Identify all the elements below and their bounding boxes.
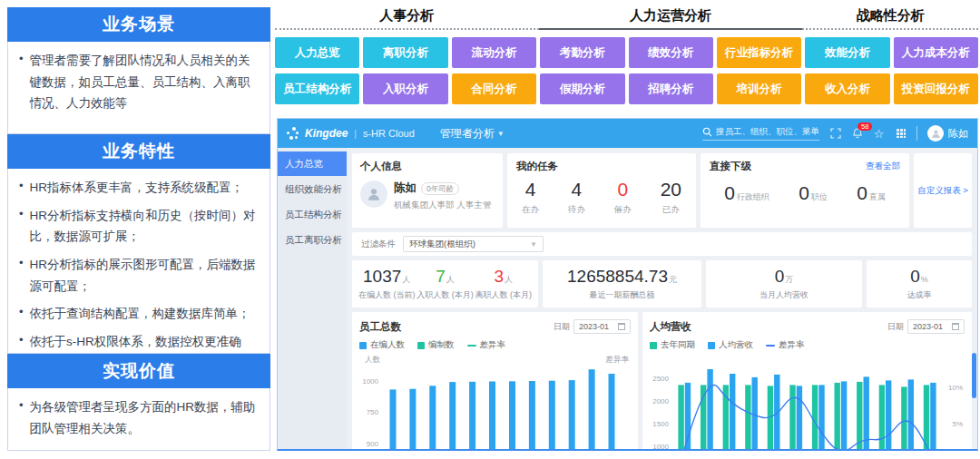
legend-item-在编人数[interactable]: 在编人数 (359, 339, 405, 351)
direct-reports-card: 直接下级 查看全部 0行政组织0职位0直属 (701, 153, 909, 228)
bullet-item: •HR分析指标的展示图形可配置，后端数据源可配置； (15, 254, 262, 297)
svg-text:750: 750 (367, 408, 379, 416)
bullet-item: •依托于s-HR权限体系，数据控权更准确 (15, 331, 262, 353)
task-count: 4 (568, 179, 585, 200)
y2-axis-label: 差异率 (606, 355, 630, 366)
subordinate-label: 行政组织 (737, 192, 769, 201)
analysis-button-员工结构分析[interactable]: 员工结构分析 (275, 73, 359, 104)
global-search-input[interactable]: 搜员工、组织、职位、菜单 (702, 126, 819, 141)
date-picker[interactable]: 2023-01 (907, 319, 965, 334)
group-hr-analysis: 人事分析 (275, 7, 539, 30)
stat-unit: % (921, 275, 928, 284)
charts-row: 员工总数 日期 2023-01 在编人数编制数差异率 人数 (352, 312, 972, 450)
view-all-link[interactable]: 查看全部 (866, 161, 900, 172)
legend-item-去年同期[interactable]: 去年同期 (650, 339, 695, 351)
group-title: 战略性分析 (802, 7, 978, 28)
card-title: 个人信息 (360, 160, 495, 173)
personal-info-card: 个人信息 陈如 0年司龄 机械集团人事部 人事主管 (352, 153, 503, 228)
employee-dept: 机械集团人事部 人事主管 (394, 200, 491, 211)
legend-swatch (766, 345, 775, 347)
analysis-button-行业指标分析[interactable]: 行业指标分析 (717, 37, 801, 68)
chevron-down-icon: ▼ (497, 130, 505, 138)
sidebar-item-人力总览[interactable]: 人力总览 (278, 151, 347, 176)
analysis-button-投资回报分析[interactable]: 投资回报分析 (894, 73, 978, 104)
org-filter-select[interactable]: 环球集团(根组织) ▼ (403, 236, 544, 252)
task-count: 4 (522, 179, 539, 200)
bullet-icon: • (19, 52, 24, 114)
sidebar-item-员工结构分析[interactable]: 员工结构分析 (278, 202, 347, 227)
legend-item-人均营收[interactable]: 人均营收 (708, 339, 753, 351)
revenue-combo-chart: 250020001500100010%5% (650, 355, 965, 450)
subordinate-count: 0 (799, 182, 809, 203)
brand-separator: | (354, 129, 357, 139)
date-picker[interactable]: 2023-01 (573, 319, 631, 334)
summary-row: 个人信息 陈如 0年司龄 机械集团人事部 人事主管 (352, 153, 972, 228)
bullet-icon: • (19, 333, 24, 353)
task-stat: 4待办 (568, 179, 585, 216)
date-value: 2023-01 (579, 322, 609, 331)
sidebar-item-组织效能分析[interactable]: 组织效能分析 (278, 177, 347, 201)
analysis-button-合同分析[interactable]: 合同分析 (452, 73, 536, 104)
legend-swatch (650, 342, 657, 349)
legend-label: 编制数 (428, 339, 455, 351)
analysis-button-招聘分析[interactable]: 招聘分析 (629, 73, 713, 104)
analysis-button-培训分析[interactable]: 培训分析 (717, 73, 801, 104)
nav-manager-analysis[interactable]: 管理者分析 ▼ (440, 126, 505, 142)
bullet-text: HR指标体系更丰富，支持系统级配置； (30, 177, 244, 199)
bullet-icon: • (19, 207, 24, 248)
payroll-stat-card: 12658854.73元 最近一期薪酬总额 (543, 260, 701, 308)
task-label: 在办 (522, 204, 539, 216)
my-tasks-card: 我的任务 4在办4待办0催办20已办 (507, 153, 696, 228)
bullet-item: •HR指标体系更丰富，支持系统级配置； (15, 177, 262, 199)
custom-report-card: 自定义报表 > (914, 153, 972, 228)
tenure-badge: 0年司龄 (421, 182, 459, 195)
subordinate-label: 职位 (811, 192, 828, 201)
stat-value: 1037 (363, 267, 401, 286)
stat-label: 当月人均营收 (760, 289, 808, 301)
analysis-button-绩效分析[interactable]: 绩效分析 (629, 37, 713, 68)
user-menu[interactable]: 陈如 (927, 125, 968, 142)
search-icon (702, 127, 712, 137)
stat-unit: 元 (669, 275, 677, 284)
legend-item-差异率[interactable]: 差异率 (766, 339, 805, 351)
subordinate-stat: 0直属 (857, 182, 886, 204)
date-value: 2023-01 (913, 322, 943, 331)
vertical-scrollbar[interactable] (972, 353, 976, 398)
section-title-business-features: 业务特性 (7, 134, 270, 169)
legend-item-差异率[interactable]: 差异率 (467, 339, 506, 351)
analysis-button-收入分析[interactable]: 收入分析 (805, 73, 889, 104)
analysis-button-人力成本分析[interactable]: 人力成本分析 (894, 37, 978, 68)
custom-report-link[interactable]: 自定义报表 > (917, 184, 968, 197)
analysis-button-流动分析[interactable]: 流动分析 (452, 37, 536, 68)
legend-item-编制数[interactable]: 编制数 (417, 339, 455, 351)
favorites-star-icon[interactable]: ☆ (873, 128, 885, 140)
apps-grid-icon[interactable] (895, 128, 906, 140)
topbar-actions: 搜员工、组织、职位、菜单 58 ☆ 陈如 (702, 125, 968, 142)
scan-icon[interactable] (829, 128, 841, 140)
card-title: 我的任务 (516, 160, 687, 173)
sidebar-item-员工离职分析[interactable]: 员工离职分析 (278, 228, 347, 252)
notification-count-badge: 58 (858, 122, 872, 132)
notifications-bell-icon[interactable]: 58 (851, 128, 863, 140)
analysis-group-headers: 人事分析 人力运营分析 战略性分析 (275, 7, 978, 30)
analysis-button-假期分析[interactable]: 假期分析 (540, 73, 624, 104)
analysis-button-效能分析[interactable]: 效能分析 (805, 37, 889, 68)
kingdee-logo-icon (287, 127, 300, 141)
svg-text:1000: 1000 (362, 377, 378, 386)
legend-label: 去年同期 (661, 339, 695, 351)
analysis-button-离职分析[interactable]: 离职分析 (363, 37, 447, 68)
bullet-item: •HR分析指标支持横向和历史（按时间）对比，数据源可扩展； (15, 205, 262, 248)
svg-text:1000: 1000 (652, 443, 669, 450)
analysis-button-人力总览[interactable]: 人力总览 (275, 37, 359, 68)
analysis-button-考勤分析[interactable]: 考勤分析 (540, 37, 624, 68)
task-count: 20 (661, 179, 681, 200)
group-title: 人事分析 (275, 7, 539, 28)
kingdee-logo: Kingdee | s-HR Cloud (287, 127, 415, 141)
analysis-button-入职分析[interactable]: 入职分析 (363, 73, 447, 104)
dashboard-body: 人力总览组织效能分析员工结构分析员工离职分析 个人信息 陈如 (278, 148, 977, 450)
stat-value: 0 (775, 267, 785, 286)
group-title: 人力运营分析 (539, 7, 803, 28)
chart-legend: 去年同期人均营收差异率 (650, 339, 965, 351)
filter-label: 过滤条件 (361, 239, 396, 250)
dashboard-content: 个人信息 陈如 0年司龄 机械集团人事部 人事主管 (347, 148, 977, 450)
